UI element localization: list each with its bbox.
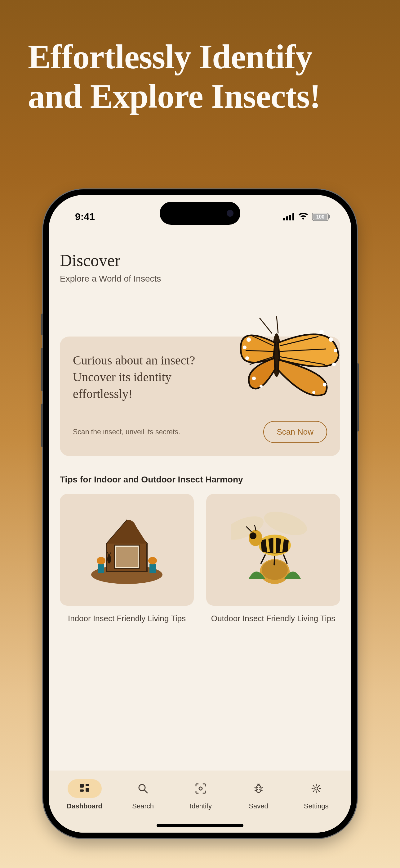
svg-rect-2 bbox=[289, 215, 291, 220]
svg-point-11 bbox=[246, 337, 251, 342]
nav-label: Dashboard bbox=[67, 802, 102, 810]
identify-icon bbox=[195, 783, 206, 794]
nav-settings[interactable]: Settings bbox=[299, 779, 333, 810]
tip-card-outdoor[interactable]: Outdoor Insect Friendly Living Tips bbox=[206, 494, 340, 624]
phone-frame: 9:41 100 Discover Explore a World of Ins… bbox=[43, 189, 357, 838]
svg-point-17 bbox=[329, 337, 333, 342]
svg-point-38 bbox=[249, 532, 257, 539]
svg-rect-41 bbox=[80, 784, 84, 787]
tip-image-outdoor bbox=[206, 494, 340, 606]
svg-point-52 bbox=[259, 787, 261, 788]
svg-line-8 bbox=[260, 318, 272, 333]
tip-card-indoor[interactable]: Indoor Insect Friendly Living Tips bbox=[60, 494, 194, 624]
svg-rect-43 bbox=[80, 789, 84, 792]
nav-label: Search bbox=[132, 802, 154, 810]
svg-rect-6 bbox=[329, 215, 330, 218]
svg-point-51 bbox=[257, 787, 258, 788]
svg-point-20 bbox=[323, 383, 327, 386]
svg-point-12 bbox=[243, 345, 246, 349]
indoor-illustration bbox=[85, 513, 169, 587]
svg-line-46 bbox=[144, 790, 147, 793]
svg-point-18 bbox=[334, 349, 337, 352]
svg-rect-25 bbox=[98, 564, 104, 573]
svg-rect-44 bbox=[86, 788, 89, 792]
tip-label: Outdoor Insect Friendly Living Tips bbox=[206, 613, 340, 624]
search-icon bbox=[138, 783, 148, 794]
cellular-icon bbox=[283, 213, 294, 220]
settings-icon bbox=[311, 783, 322, 794]
svg-rect-3 bbox=[292, 213, 294, 220]
hero-title: Curious about an insect? Uncover its ide… bbox=[73, 352, 203, 402]
svg-point-47 bbox=[199, 787, 202, 790]
scan-now-button[interactable]: Scan Now bbox=[263, 421, 328, 443]
svg-point-54 bbox=[259, 789, 261, 790]
svg-line-9 bbox=[276, 316, 278, 333]
nav-label: Saved bbox=[249, 802, 268, 810]
svg-point-35 bbox=[261, 509, 310, 540]
svg-point-48 bbox=[256, 785, 261, 793]
dashboard-icon bbox=[79, 783, 90, 794]
battery-icon: 100 bbox=[312, 213, 330, 221]
svg-text:100: 100 bbox=[316, 214, 325, 219]
svg-point-53 bbox=[257, 789, 258, 790]
phone-screen: 9:41 100 Discover Explore a World of Ins… bbox=[49, 195, 351, 833]
nav-label: Settings bbox=[304, 802, 329, 810]
outdoor-illustration bbox=[231, 509, 315, 590]
svg-rect-24 bbox=[116, 547, 138, 567]
svg-rect-27 bbox=[149, 564, 156, 573]
svg-point-28 bbox=[148, 557, 157, 564]
nav-label: Identify bbox=[190, 802, 212, 810]
page-subtitle: Explore a World of Insects bbox=[60, 274, 340, 284]
tip-image-indoor bbox=[60, 494, 194, 606]
svg-point-15 bbox=[260, 385, 263, 388]
svg-rect-0 bbox=[283, 218, 285, 220]
svg-point-14 bbox=[252, 377, 256, 380]
tips-section-title: Tips for Indoor and Outdoor Insect Harmo… bbox=[60, 475, 340, 485]
svg-point-19 bbox=[332, 363, 336, 366]
nav-dashboard[interactable]: Dashboard bbox=[67, 779, 102, 810]
tip-label: Indoor Insect Friendly Living Tips bbox=[60, 613, 194, 624]
nav-search[interactable]: Search bbox=[126, 779, 160, 810]
home-indicator[interactable] bbox=[157, 824, 243, 827]
svg-point-16 bbox=[320, 330, 324, 334]
svg-rect-1 bbox=[286, 216, 288, 220]
nav-saved[interactable]: Saved bbox=[241, 779, 276, 810]
status-time: 9:41 bbox=[75, 211, 95, 223]
butterfly-illustration bbox=[232, 315, 346, 402]
svg-point-13 bbox=[245, 356, 249, 360]
svg-point-55 bbox=[315, 787, 318, 790]
hero-subtitle: Scan the insect, unveil its secrets. bbox=[73, 428, 180, 436]
svg-point-26 bbox=[97, 557, 105, 564]
svg-point-29 bbox=[107, 555, 111, 563]
hero-card: Curious about an insect? Uncover its ide… bbox=[60, 337, 340, 456]
bottom-nav: Dashboard Search Identify Saved Settings bbox=[49, 771, 351, 833]
dynamic-island bbox=[160, 202, 240, 225]
svg-point-21 bbox=[312, 391, 315, 394]
page-title: Discover bbox=[60, 251, 340, 270]
saved-icon bbox=[253, 783, 264, 794]
svg-rect-42 bbox=[86, 784, 89, 786]
promo-headline: Effortlessly Identify and Explore Insect… bbox=[0, 0, 400, 116]
nav-identify[interactable]: Identify bbox=[184, 779, 218, 810]
wifi-icon bbox=[298, 213, 308, 220]
